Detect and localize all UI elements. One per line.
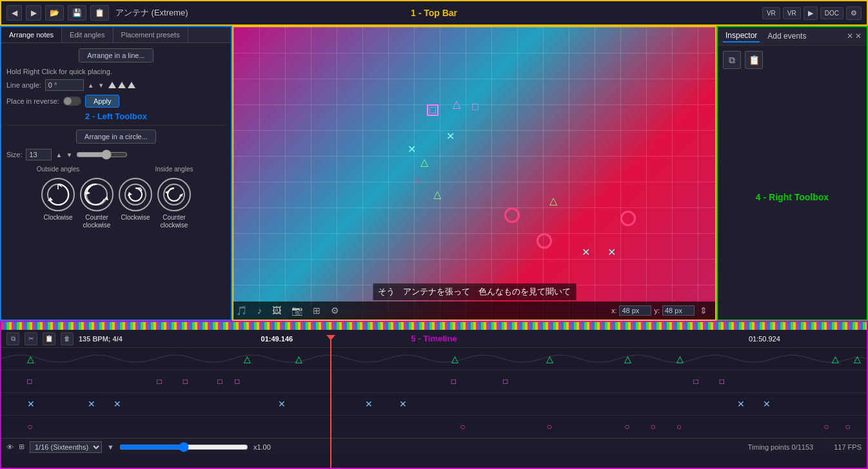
coord-display: x: y: ⇕ — [611, 304, 715, 317]
line-angle-input[interactable] — [45, 79, 84, 91]
quick-place-hint: Hold Right Click for quick placing. — [6, 68, 226, 75]
svg-marker-5 — [86, 191, 90, 195]
outside-cw-button[interactable]: Clockwise — [41, 178, 75, 229]
right-toolbox-header: Inspector Add events ✕ ✕ — [718, 27, 867, 46]
snap-select[interactable]: 1/16 (Sixteenths) — [30, 441, 102, 453]
fps-display: 117 FPS — [834, 443, 862, 451]
tl-note-circle-3: ○ — [546, 421, 551, 432]
timing-points-status: Timing points 0/1153 — [747, 443, 813, 451]
doc-button[interactable]: DOC — [820, 7, 843, 19]
tl-note-square-2: □ — [157, 377, 162, 386]
note-circle-3 — [537, 233, 552, 249]
nav-back-button[interactable]: ◀ — [6, 5, 22, 21]
note-cross-3: ✕ — [582, 246, 590, 258]
tab-placement-presets[interactable]: Placement presets — [113, 27, 188, 43]
note-circle-4 — [620, 211, 636, 226]
timeline-lane-square: □ □ □ □ □ □ □ □ □ — [1, 370, 867, 393]
playhead-arrow — [326, 335, 335, 340]
tab-edit-angles[interactable]: Edit angles — [62, 27, 113, 43]
vr2-button[interactable]: VR — [783, 7, 801, 19]
size-input[interactable] — [26, 149, 52, 160]
size-up-button[interactable]: ▲ — [55, 151, 62, 158]
line-angle-label: Line angle: — [6, 81, 41, 89]
inside-ccw-button[interactable]: Counterclockwise — [157, 178, 191, 229]
tl-note-cross-1: ✕ — [27, 399, 35, 409]
topbar-right-buttons: VR VR ▶ DOC ⚙ — [762, 6, 862, 20]
top-bar: ◀ ▶ 📂 💾 📋 アンテナ (Extreme) 1 - Top Bar VR … — [0, 0, 868, 26]
tl-note-cross-4: ✕ — [278, 399, 286, 409]
note-circle-2 — [504, 207, 520, 223]
tl-cut-button[interactable]: ✂ — [25, 332, 37, 345]
x-label: x: — [611, 307, 617, 314]
note-triangle-1: △ — [420, 156, 428, 168]
note-triangle-3: △ — [549, 195, 557, 207]
tab-add-events[interactable]: Add events — [765, 30, 809, 42]
arrange-circle-button[interactable]: Arrange in a circle... — [76, 129, 156, 144]
timeline-bottom-bar: 👁 ⊞ 1/16 (Sixteenths) ▼ x1.00 Timing poi… — [1, 438, 867, 455]
tab-inspector[interactable]: Inspector — [723, 30, 760, 43]
toolbar-image-btn[interactable]: 🖼 — [270, 304, 284, 317]
tl-eye-button[interactable]: 👁 — [6, 443, 14, 451]
toolbar-grid-btn[interactable]: ⊞ — [310, 304, 323, 317]
angles-section: Outside angles Inside angles — [6, 166, 226, 229]
tl-note-square-3: □ — [183, 377, 188, 386]
main-area: Arrange notes Edit angles Placement pres… — [0, 26, 868, 321]
tab-arrange-notes[interactable]: Arrange notes — [1, 27, 62, 43]
nav-forward-button[interactable]: ▶ — [26, 5, 41, 21]
open-button[interactable]: 📂 — [45, 5, 64, 21]
toolbar-video-btn[interactable]: 📷 — [289, 304, 305, 317]
tl-note-cross-2: ✕ — [88, 399, 95, 409]
angle-down-button[interactable]: ▼ — [98, 82, 104, 89]
inside-cw-button[interactable]: Clockwise — [119, 178, 152, 229]
save-button[interactable]: 💾 — [68, 5, 86, 21]
toolbar-settings-btn[interactable]: ⚙ — [328, 304, 342, 317]
tl-copy-button[interactable]: ⧉ — [6, 332, 19, 345]
vr-button[interactable]: VR — [762, 7, 780, 19]
arrange-line-button[interactable]: Arrange in a line... — [79, 48, 153, 62]
place-reverse-toggle[interactable] — [63, 97, 81, 106]
time-right-display: 01:50.924 — [749, 335, 780, 343]
coord-arrows-btn[interactable]: ⇕ — [697, 304, 710, 317]
tl-delete-button[interactable]: 🗑 — [61, 332, 74, 345]
close-icon[interactable]: ✕ ✕ — [847, 32, 862, 41]
play-button[interactable]: ▶ — [804, 6, 818, 20]
timeline-controls: ⧉ ✂ 📋 🗑 135 BPM; 4/4 5 - Timeline 01:49.… — [1, 330, 867, 348]
paste-icon-button[interactable]: 📋 — [745, 51, 763, 69]
tl-note-circle-8: ○ — [845, 421, 850, 432]
note-square-3: □ — [472, 101, 478, 113]
save-as-button[interactable]: 📋 — [90, 5, 109, 21]
snap-down-button[interactable]: ▼ — [107, 443, 114, 451]
inside-cw-icon — [119, 178, 152, 211]
size-down-button[interactable]: ▼ — [66, 151, 72, 158]
outside-ccw-button[interactable]: Counterclockwise — [80, 178, 113, 229]
tl-note-square-6: □ — [451, 377, 456, 386]
size-slider[interactable] — [76, 149, 128, 160]
svg-marker-13 — [181, 193, 183, 197]
toolbar-note-btn[interactable]: ♪ — [255, 304, 264, 317]
tl-note-circle-6: ○ — [676, 421, 682, 432]
tl-note-triangle-2: △ — [244, 354, 251, 364]
place-reverse-row: Place in reverse: Apply — [6, 95, 226, 108]
note-cross-1: ✕ — [446, 130, 455, 142]
y-input[interactable] — [662, 305, 695, 316]
inside-cw-label: Clockwise — [121, 214, 150, 222]
tl-note-triangle-5: △ — [546, 354, 553, 364]
timeline-scroll-slider[interactable] — [119, 442, 248, 452]
topbar-title: 1 - Top Bar — [411, 8, 457, 18]
tl-paste-button[interactable]: 📋 — [43, 332, 55, 345]
tl-note-triangle-3: △ — [295, 354, 302, 364]
note-square-1: □ — [427, 104, 439, 116]
apply-button[interactable]: Apply — [85, 95, 120, 108]
settings-button[interactable]: ⚙ — [846, 6, 862, 20]
x-input[interactable] — [619, 305, 651, 316]
note-cross-2: ✕ — [408, 143, 416, 155]
triangle-icon — [108, 82, 135, 88]
tl-note-circle-1: ○ — [27, 421, 32, 432]
angle-up-button[interactable]: ▲ — [88, 82, 94, 89]
toolbar-music-btn[interactable]: 🎵 — [233, 304, 250, 317]
copy-icon-button[interactable]: ⧉ — [723, 51, 741, 69]
tl-note-triangle-6: △ — [624, 354, 631, 364]
tl-note-cross-8: ✕ — [763, 399, 771, 409]
tl-snap-icon[interactable]: ⊞ — [19, 443, 25, 451]
angle-buttons-row: Clockwise Coun — [6, 178, 226, 229]
